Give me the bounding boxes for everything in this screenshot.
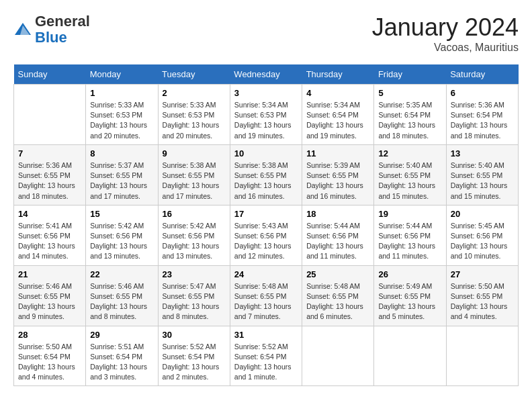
day-number: 11 bbox=[306, 148, 369, 158]
calendar-cell: 16Sunrise: 5:42 AMSunset: 6:56 PMDayligh… bbox=[158, 205, 230, 265]
calendar-day-header: Sunday bbox=[14, 64, 86, 85]
month-title: January 2024 bbox=[372, 13, 519, 42]
calendar-cell: 11Sunrise: 5:39 AMSunset: 6:55 PMDayligh… bbox=[302, 144, 374, 205]
day-number: 5 bbox=[378, 88, 441, 98]
calendar-week-row: 21Sunrise: 5:46 AMSunset: 6:55 PMDayligh… bbox=[14, 265, 519, 326]
cell-info: Sunrise: 5:50 AMSunset: 6:54 PMDaylight:… bbox=[18, 342, 81, 383]
day-number: 30 bbox=[163, 330, 226, 340]
calendar-table: SundayMondayTuesdayWednesdayThursdayFrid… bbox=[13, 64, 519, 386]
cell-info: Sunrise: 5:38 AMSunset: 6:55 PMDaylight:… bbox=[234, 161, 298, 201]
calendar-week-row: 7Sunrise: 5:36 AMSunset: 6:55 PMDaylight… bbox=[14, 144, 519, 205]
cell-info: Sunrise: 5:43 AMSunset: 6:56 PMDaylight:… bbox=[234, 221, 298, 262]
day-number: 31 bbox=[234, 330, 298, 340]
cell-info: Sunrise: 5:48 AMSunset: 6:55 PMDaylight:… bbox=[306, 281, 369, 322]
cell-info: Sunrise: 5:46 AMSunset: 6:55 PMDaylight:… bbox=[18, 281, 81, 322]
cell-info: Sunrise: 5:40 AMSunset: 6:55 PMDaylight:… bbox=[378, 161, 441, 201]
calendar-cell: 24Sunrise: 5:48 AMSunset: 6:55 PMDayligh… bbox=[230, 265, 302, 326]
day-number: 10 bbox=[234, 148, 298, 158]
calendar-cell: 31Sunrise: 5:52 AMSunset: 6:54 PMDayligh… bbox=[230, 326, 302, 386]
day-number: 18 bbox=[306, 209, 369, 219]
day-number: 28 bbox=[18, 330, 81, 340]
calendar-cell: 23Sunrise: 5:47 AMSunset: 6:55 PMDayligh… bbox=[158, 265, 230, 326]
cell-info: Sunrise: 5:36 AMSunset: 6:55 PMDaylight:… bbox=[18, 161, 81, 201]
day-number: 20 bbox=[451, 209, 514, 219]
calendar-cell: 13Sunrise: 5:40 AMSunset: 6:55 PMDayligh… bbox=[446, 144, 518, 205]
cell-info: Sunrise: 5:33 AMSunset: 6:53 PMDaylight:… bbox=[163, 100, 226, 141]
calendar-cell: 10Sunrise: 5:38 AMSunset: 6:55 PMDayligh… bbox=[230, 144, 302, 205]
cell-info: Sunrise: 5:36 AMSunset: 6:54 PMDaylight:… bbox=[451, 100, 514, 141]
cell-info: Sunrise: 5:34 AMSunset: 6:53 PMDaylight:… bbox=[234, 100, 298, 141]
day-number: 17 bbox=[234, 209, 298, 219]
day-number: 1 bbox=[90, 88, 153, 98]
title-block: January 2024 Vacoas, Mauritius bbox=[372, 13, 519, 54]
calendar-cell: 15Sunrise: 5:42 AMSunset: 6:56 PMDayligh… bbox=[86, 205, 158, 265]
cell-info: Sunrise: 5:44 AMSunset: 6:56 PMDaylight:… bbox=[306, 221, 369, 262]
cell-info: Sunrise: 5:48 AMSunset: 6:55 PMDaylight:… bbox=[234, 281, 298, 322]
calendar-header-row: SundayMondayTuesdayWednesdayThursdayFrid… bbox=[14, 64, 519, 85]
calendar-cell: 21Sunrise: 5:46 AMSunset: 6:55 PMDayligh… bbox=[14, 265, 86, 326]
cell-info: Sunrise: 5:42 AMSunset: 6:56 PMDaylight:… bbox=[163, 221, 226, 262]
calendar-day-header: Wednesday bbox=[230, 64, 302, 85]
calendar-week-row: 28Sunrise: 5:50 AMSunset: 6:54 PMDayligh… bbox=[14, 326, 519, 386]
calendar-cell: 7Sunrise: 5:36 AMSunset: 6:55 PMDaylight… bbox=[14, 144, 86, 205]
calendar-cell: 12Sunrise: 5:40 AMSunset: 6:55 PMDayligh… bbox=[374, 144, 446, 205]
day-number: 23 bbox=[163, 269, 226, 279]
day-number: 13 bbox=[451, 148, 514, 158]
calendar-cell: 26Sunrise: 5:49 AMSunset: 6:55 PMDayligh… bbox=[374, 265, 446, 326]
cell-info: Sunrise: 5:41 AMSunset: 6:56 PMDaylight:… bbox=[18, 221, 81, 262]
calendar-cell: 3Sunrise: 5:34 AMSunset: 6:53 PMDaylight… bbox=[230, 85, 302, 145]
day-number: 26 bbox=[378, 269, 441, 279]
calendar-day-header: Friday bbox=[374, 64, 446, 85]
calendar-cell bbox=[374, 326, 446, 386]
calendar-cell bbox=[302, 326, 374, 386]
calendar-cell: 6Sunrise: 5:36 AMSunset: 6:54 PMDaylight… bbox=[446, 85, 518, 145]
day-number: 3 bbox=[234, 88, 298, 98]
calendar-cell: 4Sunrise: 5:34 AMSunset: 6:54 PMDaylight… bbox=[302, 85, 374, 145]
cell-info: Sunrise: 5:51 AMSunset: 6:54 PMDaylight:… bbox=[90, 342, 153, 383]
day-number: 4 bbox=[306, 88, 369, 98]
day-number: 6 bbox=[451, 88, 514, 98]
calendar-day-header: Thursday bbox=[302, 64, 374, 85]
cell-info: Sunrise: 5:38 AMSunset: 6:55 PMDaylight:… bbox=[163, 161, 226, 201]
cell-info: Sunrise: 5:33 AMSunset: 6:53 PMDaylight:… bbox=[90, 100, 153, 141]
calendar-cell bbox=[446, 326, 518, 386]
cell-info: Sunrise: 5:49 AMSunset: 6:55 PMDaylight:… bbox=[378, 281, 441, 322]
day-number: 19 bbox=[378, 209, 441, 219]
calendar-day-header: Saturday bbox=[446, 64, 518, 85]
location: Vacoas, Mauritius bbox=[372, 42, 519, 54]
calendar-cell: 9Sunrise: 5:38 AMSunset: 6:55 PMDaylight… bbox=[158, 144, 230, 205]
day-number: 15 bbox=[90, 209, 153, 219]
calendar-day-header: Tuesday bbox=[158, 64, 230, 85]
calendar-cell: 27Sunrise: 5:50 AMSunset: 6:55 PMDayligh… bbox=[446, 265, 518, 326]
cell-info: Sunrise: 5:47 AMSunset: 6:55 PMDaylight:… bbox=[163, 281, 226, 322]
cell-info: Sunrise: 5:52 AMSunset: 6:54 PMDaylight:… bbox=[163, 342, 226, 383]
calendar-week-row: 14Sunrise: 5:41 AMSunset: 6:56 PMDayligh… bbox=[14, 205, 519, 265]
cell-info: Sunrise: 5:44 AMSunset: 6:56 PMDaylight:… bbox=[378, 221, 441, 262]
logo-blue-text: Blue bbox=[35, 29, 67, 46]
calendar-cell: 19Sunrise: 5:44 AMSunset: 6:56 PMDayligh… bbox=[374, 205, 446, 265]
cell-info: Sunrise: 5:42 AMSunset: 6:56 PMDaylight:… bbox=[90, 221, 153, 262]
day-number: 24 bbox=[234, 269, 298, 279]
calendar-cell: 30Sunrise: 5:52 AMSunset: 6:54 PMDayligh… bbox=[158, 326, 230, 386]
calendar-cell: 22Sunrise: 5:46 AMSunset: 6:55 PMDayligh… bbox=[86, 265, 158, 326]
calendar-cell: 1Sunrise: 5:33 AMSunset: 6:53 PMDaylight… bbox=[86, 85, 158, 145]
day-number: 2 bbox=[163, 88, 226, 98]
day-number: 12 bbox=[378, 148, 441, 158]
cell-info: Sunrise: 5:50 AMSunset: 6:55 PMDaylight:… bbox=[451, 281, 514, 322]
calendar-cell: 20Sunrise: 5:45 AMSunset: 6:56 PMDayligh… bbox=[446, 205, 518, 265]
day-number: 22 bbox=[90, 269, 153, 279]
calendar-cell: 17Sunrise: 5:43 AMSunset: 6:56 PMDayligh… bbox=[230, 205, 302, 265]
cell-info: Sunrise: 5:40 AMSunset: 6:55 PMDaylight:… bbox=[451, 161, 514, 201]
day-number: 14 bbox=[18, 209, 81, 219]
calendar-cell: 8Sunrise: 5:37 AMSunset: 6:55 PMDaylight… bbox=[86, 144, 158, 205]
day-number: 21 bbox=[18, 269, 81, 279]
day-number: 29 bbox=[90, 330, 153, 340]
cell-info: Sunrise: 5:34 AMSunset: 6:54 PMDaylight:… bbox=[306, 100, 369, 141]
calendar-day-header: Monday bbox=[86, 64, 158, 85]
calendar-cell: 28Sunrise: 5:50 AMSunset: 6:54 PMDayligh… bbox=[14, 326, 86, 386]
page-header: General Blue January 2024 Vacoas, Maurit… bbox=[13, 13, 519, 54]
calendar-cell bbox=[14, 85, 86, 145]
calendar-cell: 14Sunrise: 5:41 AMSunset: 6:56 PMDayligh… bbox=[14, 205, 86, 265]
calendar-week-row: 1Sunrise: 5:33 AMSunset: 6:53 PMDaylight… bbox=[14, 85, 519, 145]
day-number: 7 bbox=[18, 148, 81, 158]
